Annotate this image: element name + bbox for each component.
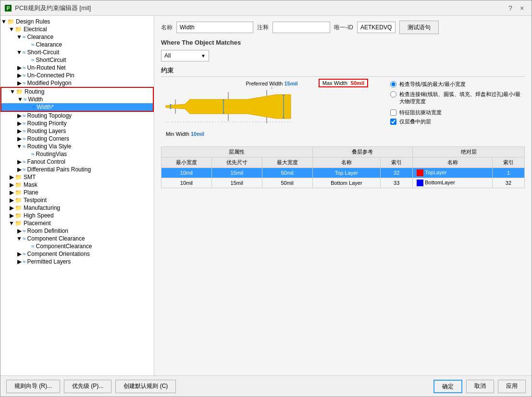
tree-item-short-circuit[interactable]: ▼≈Short-Circuit <box>0 48 154 56</box>
tree-item-mask[interactable]: ▶📁Mask <box>0 181 154 189</box>
ok-button[interactable]: 确定 <box>433 380 462 393</box>
rule-icon: ≈ <box>23 120 26 127</box>
col-name: 名称 <box>312 157 381 168</box>
expand-icon[interactable]: ▶ <box>16 128 23 134</box>
tree-item-modified-polygon[interactable]: ▶≈Modified Polygon <box>0 79 154 87</box>
expand-icon[interactable]: ▶ <box>16 135 23 142</box>
expand-icon[interactable]: ▶ <box>8 212 15 219</box>
rule-icon: ≈ <box>23 143 26 150</box>
tree-item-fanout-control[interactable]: ▶≈Fanout Control <box>0 158 154 166</box>
expand-icon[interactable]: ▶ <box>8 197 15 204</box>
expand-icon[interactable]: ▶ <box>8 174 15 180</box>
expand-icon[interactable]: ▶ <box>16 228 23 234</box>
tree-item-routing-layers[interactable]: ▶≈Routing Layers <box>0 127 154 135</box>
id-input[interactable] <box>357 22 396 33</box>
comment-input[interactable] <box>272 22 330 33</box>
expand-icon[interactable]: ▶ <box>16 72 23 79</box>
tree-item-smt[interactable]: ▶📁SMT <box>0 173 154 181</box>
tree-label: Un-Connected Pin <box>27 72 74 79</box>
expand-icon[interactable]: ▶ <box>16 251 23 257</box>
track-visual <box>161 87 296 126</box>
table-row[interactable]: 10mil15mil50milTop Layer32TopLayer1 <box>161 168 525 178</box>
expand-icon[interactable]: ▶ <box>16 158 23 165</box>
cancel-button[interactable]: 取消 <box>466 380 494 393</box>
help-button[interactable]: ? <box>505 2 516 14</box>
expand-icon[interactable]: ▶ <box>8 205 15 211</box>
tree-item-width-group[interactable]: ▼≈Width <box>0 96 154 103</box>
close-button[interactable]: × <box>516 2 528 14</box>
expand-icon[interactable]: ▶ <box>8 181 15 188</box>
test-button[interactable]: 测试语句 <box>399 21 439 34</box>
tree-item-width-item[interactable]: ≈Width* <box>0 103 154 112</box>
expand-icon[interactable]: ▶ <box>8 189 15 196</box>
expand-icon[interactable]: ▼ <box>16 34 23 40</box>
checkbox-impedance-input[interactable] <box>390 109 396 116</box>
checkbox-layer-stack[interactable]: 仅层叠中的层 <box>390 118 525 125</box>
tree-item-un-connected-pin[interactable]: ▶≈Un-Connected Pin <box>0 72 154 79</box>
tree-item-routing-vias[interactable]: ≈RoutingVias <box>0 150 154 158</box>
rule-icon: ≈ <box>23 135 26 142</box>
tree-item-permitted-layers[interactable]: ▶≈Permitted Layers <box>0 258 154 265</box>
tree-item-clearance-group[interactable]: ▼≈Clearance <box>0 33 154 41</box>
expand-icon[interactable]: ▼ <box>16 143 23 150</box>
expand-icon[interactable]: ▶ <box>16 112 23 119</box>
create-default-button[interactable]: 创建默认规则 (C) <box>115 380 176 393</box>
tree-item-plane[interactable]: ▶📁Plane <box>0 189 154 196</box>
dropdown-value: All <box>164 52 171 59</box>
tree-item-testpoint[interactable]: ▶📁Testpoint <box>0 196 154 204</box>
radio-option-1[interactable]: 检查导线/弧的最大/最小宽度 <box>390 81 525 88</box>
tree-item-design-rules[interactable]: ▼📁Design Rules <box>0 18 154 25</box>
expand-icon[interactable]: ▼ <box>8 220 15 227</box>
expand-icon[interactable]: ▶ <box>16 64 23 71</box>
tree-item-placement[interactable]: ▼📁Placement <box>0 219 154 227</box>
tree-item-electrical[interactable]: ▼📁Electrical <box>0 25 154 33</box>
priority-button[interactable]: 优先级 (P)... <box>64 380 111 393</box>
tree-item-routing[interactable]: ▼📁Routing <box>0 87 154 96</box>
tree-item-un-routed-net[interactable]: ▶≈Un-Routed Net <box>0 64 154 72</box>
tree-item-routing-via-style[interactable]: ▼≈Routing Via Style <box>0 143 154 150</box>
table-cell-abs-index: 1 <box>492 168 524 178</box>
tree-item-component-orientations[interactable]: ▶≈Component Orientations <box>0 250 154 258</box>
expand-icon[interactable]: ▶ <box>16 166 23 173</box>
checkbox-impedance-label: 特征阻抗驱动宽度 <box>399 109 442 116</box>
radio-option-2[interactable]: 检查连接铜(线轨、圆弧、填充、焊盘和过孔)最小/最大物理宽度 <box>390 91 525 105</box>
expand-icon[interactable]: ▼ <box>8 26 15 33</box>
rule-icon: ≈ <box>23 251 26 257</box>
expand-icon[interactable]: ▶ <box>16 120 23 127</box>
tree-item-routing-priority[interactable]: ▶≈Routing Priority <box>0 120 154 127</box>
left-panel: ▼📁Design Rules▼📁Electrical▼≈Clearance≈Cl… <box>0 16 154 375</box>
rule-icon: ≈ <box>23 112 26 119</box>
checkbox-impedance[interactable]: 特征阻抗驱动宽度 <box>390 109 525 116</box>
table-cell-abs-name: BottomLayer <box>413 178 493 188</box>
tree-item-clearance-item[interactable]: ≈Clearance <box>0 41 154 48</box>
tree-item-differential-pairs[interactable]: ▶≈Differential Pairs Routing <box>0 166 154 173</box>
max-width-box: Max Width 50mil <box>319 79 368 87</box>
tree-item-component-clearance[interactable]: ▼≈Component Clearance <box>0 235 154 242</box>
expand-icon[interactable]: ▶ <box>16 80 23 86</box>
tree-item-component-clearance-item[interactable]: ≈ComponentClearance <box>0 242 154 250</box>
apply-button[interactable]: 应用 <box>498 380 526 393</box>
expand-icon[interactable]: ▼ <box>0 18 7 25</box>
tree-item-short-circuit-item[interactable]: ≈ShortCircuit <box>0 56 154 64</box>
match-dropdown[interactable]: All ▼ <box>161 50 209 61</box>
expand-icon[interactable]: ▶ <box>16 258 23 265</box>
expand-icon[interactable]: ▼ <box>16 49 23 56</box>
tree-item-routing-corners[interactable]: ▶≈Routing Corners <box>0 135 154 143</box>
expand-icon[interactable]: ▼ <box>16 235 23 242</box>
tree-item-high-speed[interactable]: ▶📁High Speed <box>0 212 154 219</box>
rule-wizard-button[interactable]: 规则向导 (R)... <box>6 380 60 393</box>
radio-input-2[interactable] <box>390 91 396 97</box>
radio-input-1[interactable] <box>390 81 396 87</box>
expand-icon[interactable]: ▼ <box>9 88 16 95</box>
layer-table[interactable]: 层属性 叠层参考 绝对层 最小宽度 优先尺寸 最大宽度 名称 索引 名称 索引 <box>161 146 525 188</box>
checkbox-layer-stack-input[interactable] <box>390 119 396 125</box>
tree-container[interactable]: ▼📁Design Rules▼📁Electrical▼≈Clearance≈Cl… <box>0 16 154 375</box>
rule-icon: ≈ <box>31 151 35 157</box>
table-row[interactable]: 10mil15mil50milBottom Layer33BottomLayer… <box>161 178 525 188</box>
table-cell: 10mil <box>161 178 212 188</box>
expand-icon[interactable]: ▼ <box>17 96 24 103</box>
tree-item-routing-topology[interactable]: ▶≈Routing Topology <box>0 112 154 120</box>
name-input[interactable] <box>176 22 253 33</box>
tree-item-manufacturing[interactable]: ▶📁Manufacturing <box>0 204 154 212</box>
tree-item-room-definition[interactable]: ▶≈Room Definition <box>0 227 154 235</box>
